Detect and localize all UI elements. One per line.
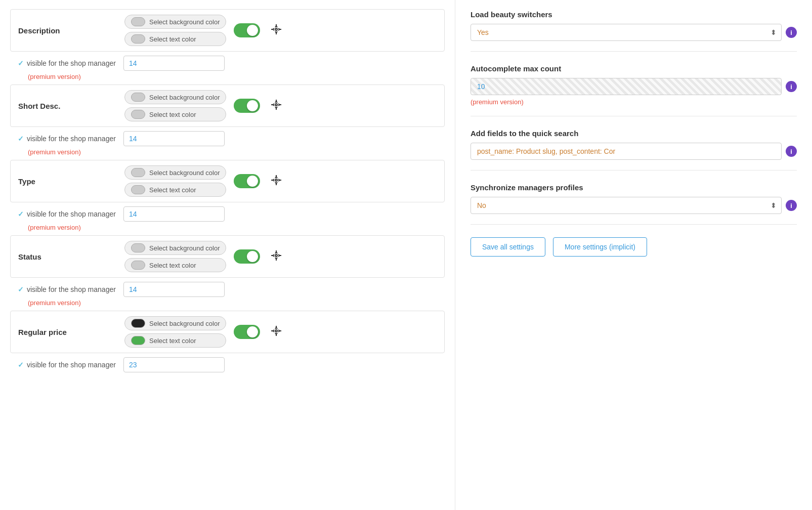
move-icon-status[interactable]: [270, 249, 282, 264]
text-swatch-status: [131, 261, 145, 270]
bg-color-btn-type[interactable]: Select background color: [124, 165, 226, 180]
font-size-input-regular-price[interactable]: [123, 357, 225, 372]
visible-label-type: visible for the shop manager: [27, 210, 116, 218]
toggle-regular-price[interactable]: [234, 325, 260, 339]
text-btn-label-type: Select text color: [149, 186, 196, 194]
visible-label-short-desc: visible for the shop manager: [27, 135, 116, 143]
bg-color-btn-regular-price[interactable]: Select background color: [124, 316, 226, 330]
load-beauty-info-icon[interactable]: i: [786, 27, 797, 38]
field-name-regular-price: Regular price: [18, 328, 119, 336]
move-icon-regular-price[interactable]: [270, 325, 282, 339]
field-row-status: StatusSelect background colorSelect text…: [10, 235, 445, 278]
bg-color-btn-short-desc[interactable]: Select background color: [124, 90, 226, 104]
action-buttons: Save all settingsMore settings (implicit…: [471, 237, 797, 257]
move-icon-type[interactable]: [270, 174, 282, 189]
svg-point-0: [275, 28, 277, 30]
font-size-input-type[interactable]: [123, 206, 225, 222]
text-btn-label-status: Select text color: [149, 262, 196, 269]
add-fields-row: i: [471, 143, 797, 160]
bg-btn-label-short-desc: Select background color: [149, 94, 220, 101]
toggle-type[interactable]: [234, 174, 260, 188]
save-all-button[interactable]: Save all settings: [471, 237, 545, 257]
color-controls-regular-price: Select background colorSelect text color: [124, 316, 226, 348]
text-btn-label-regular-price: Select text color: [149, 337, 196, 345]
svg-point-3: [275, 254, 277, 257]
text-swatch-type: [131, 185, 145, 194]
add-fields-info-icon[interactable]: i: [786, 146, 797, 157]
load-beauty-row: YesNo ⬍ i: [471, 24, 797, 41]
visible-check-description: ✓visible for the shop manager: [18, 59, 116, 67]
check-icon-description: ✓: [18, 59, 24, 67]
bg-swatch-regular-price: [131, 319, 145, 328]
load-beauty-label: Load beauty switchers: [471, 10, 797, 19]
add-fields-label: Add fields to the quick search: [471, 129, 797, 138]
font-size-input-description[interactable]: [123, 56, 225, 71]
more-settings-button[interactable]: More settings (implicit): [553, 237, 647, 257]
check-icon-short-desc: ✓: [18, 135, 24, 143]
text-color-btn-status[interactable]: Select text color: [124, 258, 226, 272]
toggle-description[interactable]: [234, 23, 260, 37]
text-color-btn-description[interactable]: Select text color: [124, 32, 226, 46]
visible-check-type: ✓visible for the shop manager: [18, 210, 116, 218]
field-name-status: Status: [18, 252, 119, 261]
text-color-btn-short-desc[interactable]: Select text color: [124, 107, 226, 121]
field-name-short-desc: Short Desc.: [18, 102, 119, 110]
color-controls-type: Select background colorSelect text color: [124, 165, 226, 197]
right-panel: Load beauty switchers YesNo ⬍ i Autocomp…: [455, 0, 812, 510]
font-size-input-short-desc[interactable]: [123, 131, 225, 146]
visible-label-regular-price: visible for the shop manager: [27, 361, 116, 369]
bg-btn-label-regular-price: Select background color: [149, 320, 220, 327]
field-row-short-desc: Short Desc.Select background colorSelect…: [10, 84, 445, 127]
move-icon-short-desc[interactable]: [270, 99, 282, 113]
bg-color-btn-description[interactable]: Select background color: [124, 15, 226, 29]
field-name-type: Type: [18, 177, 119, 186]
color-controls-status: Select background colorSelect text color: [124, 241, 226, 272]
svg-point-1: [275, 104, 277, 106]
field-row-type: TypeSelect background colorSelect text c…: [10, 160, 445, 202]
field-row-regular-price: Regular priceSelect background colorSele…: [10, 311, 445, 353]
check-icon-regular-price: ✓: [18, 361, 24, 369]
toggle-short-desc[interactable]: [234, 99, 260, 113]
autocomplete-input[interactable]: [471, 78, 782, 95]
visible-label-description: visible for the shop manager: [27, 59, 116, 67]
sync-managers-info-icon[interactable]: i: [786, 200, 797, 211]
text-color-btn-type[interactable]: Select text color: [124, 183, 226, 197]
autocomplete-info-icon[interactable]: i: [786, 81, 797, 92]
text-btn-label-description: Select text color: [149, 35, 196, 43]
field-row-description: DescriptionSelect background colorSelect…: [10, 9, 445, 52]
premium-label-description: (premium version): [28, 73, 445, 80]
sync-managers-select[interactable]: NoYes: [471, 197, 782, 214]
text-color-btn-regular-price[interactable]: Select text color: [124, 333, 226, 348]
visible-check-regular-price: ✓visible for the shop manager: [18, 361, 116, 369]
check-icon-status: ✓: [18, 285, 24, 293]
section-autocomplete: Autocomplete max count i (premium versio…: [471, 64, 797, 116]
text-btn-label-short-desc: Select text color: [149, 111, 196, 118]
color-controls-short-desc: Select background colorSelect text color: [124, 90, 226, 121]
text-swatch-short-desc: [131, 110, 145, 119]
meta-row-status: ✓visible for the shop manager: [18, 282, 445, 297]
load-beauty-select[interactable]: YesNo: [471, 24, 782, 41]
color-controls-description: Select background colorSelect text color: [124, 15, 226, 46]
autocomplete-row: i: [471, 78, 797, 95]
sync-managers-label: Synchronize managers profiles: [471, 183, 797, 192]
bg-swatch-description: [131, 17, 145, 26]
bg-swatch-type: [131, 168, 145, 177]
font-size-input-status[interactable]: [123, 282, 225, 297]
visible-label-status: visible for the shop manager: [27, 285, 116, 293]
premium-label-type: (premium version): [28, 224, 445, 231]
bg-color-btn-status[interactable]: Select background color: [124, 241, 226, 255]
left-panel: DescriptionSelect background colorSelect…: [0, 0, 455, 510]
move-icon-description[interactable]: [270, 23, 282, 38]
meta-row-type: ✓visible for the shop manager: [18, 206, 445, 222]
svg-point-4: [275, 330, 277, 332]
add-fields-input[interactable]: [471, 143, 782, 160]
meta-row-regular-price: ✓visible for the shop manager: [18, 357, 445, 372]
toggle-status[interactable]: [234, 249, 260, 264]
bg-swatch-short-desc: [131, 93, 145, 102]
svg-point-2: [275, 179, 277, 181]
bg-swatch-status: [131, 243, 145, 252]
sync-managers-row: NoYes ⬍ i: [471, 197, 797, 214]
bg-btn-label-type: Select background color: [149, 169, 220, 177]
autocomplete-label: Autocomplete max count: [471, 64, 797, 73]
section-sync-managers: Synchronize managers profiles NoYes ⬍ i: [471, 183, 797, 225]
